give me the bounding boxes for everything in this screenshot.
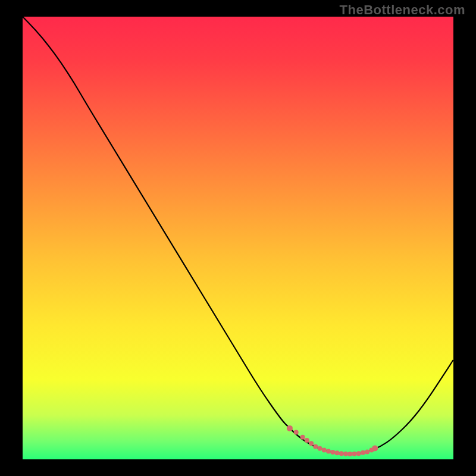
trough-marker xyxy=(300,435,305,440)
chart-frame: TheBottleneck.com xyxy=(0,0,476,476)
trough-marker xyxy=(322,447,327,452)
trough-marker xyxy=(356,451,361,456)
trough-marker xyxy=(335,450,340,455)
trough-marker xyxy=(287,425,293,431)
trough-marker xyxy=(309,441,314,446)
trough-marker xyxy=(313,444,318,449)
plot-background xyxy=(23,17,453,459)
trough-marker xyxy=(330,450,335,455)
trough-marker xyxy=(372,445,378,451)
trough-marker xyxy=(318,446,322,451)
trough-marker xyxy=(352,452,357,456)
trough-marker xyxy=(365,449,369,454)
trough-marker xyxy=(326,449,331,454)
trough-marker xyxy=(294,430,299,435)
trough-marker xyxy=(339,451,344,456)
trough-marker xyxy=(361,450,365,455)
trough-marker xyxy=(343,452,348,456)
trough-marker xyxy=(305,438,309,443)
chart-canvas xyxy=(0,0,476,476)
trough-marker xyxy=(347,452,352,456)
